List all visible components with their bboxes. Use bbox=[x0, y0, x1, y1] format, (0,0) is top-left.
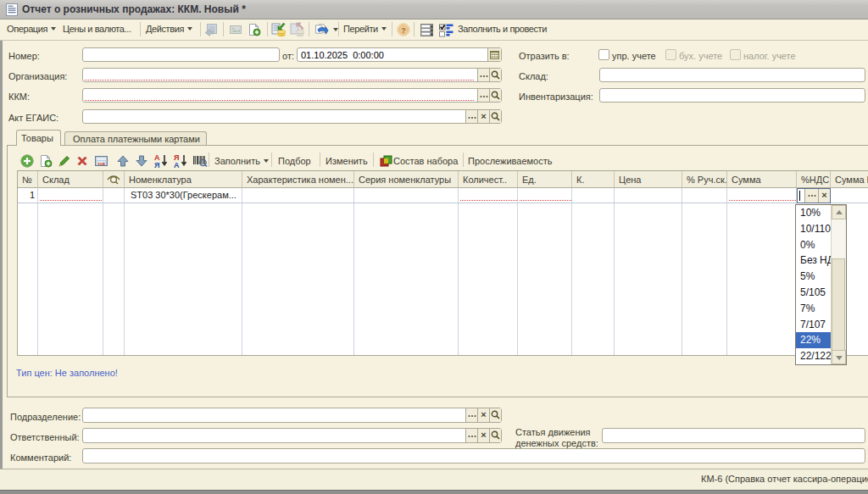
svg-text:А: А bbox=[174, 161, 180, 169]
svg-text:?: ? bbox=[401, 26, 405, 35]
svg-text:Я: Я bbox=[154, 161, 159, 169]
svg-text:ток: ток bbox=[97, 161, 105, 166]
